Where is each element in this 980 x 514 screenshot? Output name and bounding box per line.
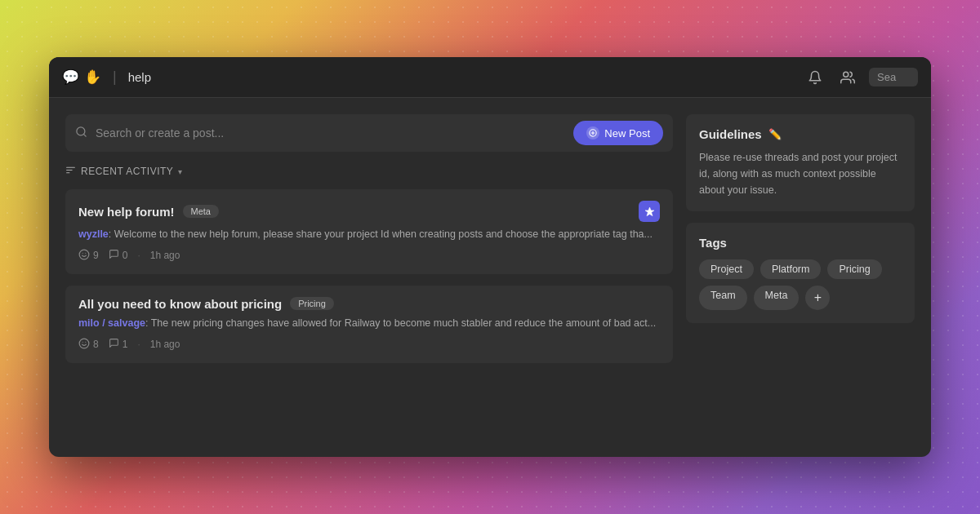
search-bar: Search or create a post... New Post — [65, 114, 673, 152]
tag-platform[interactable]: Platform — [760, 259, 822, 279]
post-card-2[interactable]: All you need to know about pricing Prici… — [65, 286, 673, 363]
channel-title: help — [128, 70, 151, 84]
header-right: Sea — [804, 66, 918, 89]
edit-icon[interactable]: ✏️ — [768, 128, 782, 140]
meta-dot-2: · — [137, 339, 140, 350]
recent-activity-label: RECENT ACTIVITY — [81, 166, 173, 177]
reactions-1: 9 — [78, 249, 99, 263]
post-excerpt-2: milo / salvage: The new pricing changes … — [78, 316, 660, 331]
post-time-2: 1h ago — [150, 339, 180, 350]
comments-2: 1 — [109, 338, 128, 351]
post-excerpt-text-1: Welcome to the new help forum, please sh… — [114, 228, 653, 240]
comment-count-1: 0 — [122, 250, 128, 261]
tag-meta[interactable]: Meta — [754, 286, 800, 310]
right-panel: Guidelines ✏️ Please re-use threads and … — [686, 114, 915, 441]
post-card-1[interactable]: New help forum! Meta wyzlle: Welcome to … — [65, 189, 673, 274]
main-content: Search or create a post... New Post — [49, 98, 931, 457]
guidelines-header: Guidelines ✏️ — [699, 127, 902, 141]
post-tag-2[interactable]: Pricing — [290, 297, 334, 310]
chevron-down-icon: ▾ — [178, 167, 183, 176]
post-header-2: All you need to know about pricing Prici… — [78, 297, 660, 311]
notification-button[interactable] — [804, 66, 826, 89]
comments-1: 0 — [109, 249, 128, 262]
reactions-2: 8 — [78, 338, 99, 352]
post-author-2: milo / salvage — [78, 317, 145, 329]
pin-icon-1 — [639, 201, 660, 222]
svg-point-10 — [79, 339, 89, 348]
tags-container: Project Platform Pricing Team Meta + — [699, 259, 902, 310]
tag-project[interactable]: Project — [699, 259, 754, 279]
people-button[interactable] — [836, 66, 859, 89]
post-excerpt-1: wyzlle: Welcome to the new help forum, p… — [78, 227, 660, 242]
new-post-label: New Post — [604, 127, 650, 140]
svg-point-0 — [844, 72, 849, 77]
search-icon — [75, 126, 87, 140]
guidelines-title: Guidelines — [699, 127, 762, 141]
tag-pricing[interactable]: Pricing — [827, 259, 881, 279]
header: 💬 ✋ | help Sea — [49, 57, 931, 98]
search-input-area[interactable]: Search or create a post... — [75, 126, 565, 140]
post-title-1: New help forum! — [78, 205, 175, 219]
post-title-row-2: All you need to know about pricing Prici… — [78, 297, 334, 311]
header-divider: | — [113, 69, 117, 86]
guidelines-text: Please re-use threads and post your proj… — [699, 149, 902, 198]
new-post-button[interactable]: New Post — [573, 121, 663, 145]
post-meta-2: 8 1 · 1h ago — [78, 338, 660, 352]
post-header-1: New help forum! Meta — [78, 201, 660, 222]
post-time-1: 1h ago — [150, 250, 180, 261]
sort-icon — [65, 165, 76, 178]
recent-activity-header[interactable]: RECENT ACTIVITY ▾ — [65, 165, 673, 178]
left-panel: Search or create a post... New Post — [65, 114, 673, 441]
reaction-icon-2 — [78, 338, 90, 352]
post-tag-1[interactable]: Meta — [183, 205, 219, 218]
post-author-1: wyzlle — [78, 228, 109, 240]
post-meta-1: 9 0 · 1h ago — [78, 249, 660, 263]
meta-dot-1: · — [137, 250, 140, 261]
header-icons: 💬 ✋ — [62, 69, 101, 86]
tag-add-button[interactable]: + — [805, 286, 830, 310]
post-title-row-1: New help forum! Meta — [78, 205, 219, 219]
chat-icon: 💬 — [62, 69, 79, 86]
header-left: 💬 ✋ | help — [62, 69, 804, 86]
hand-icon: ✋ — [84, 69, 101, 86]
tags-title: Tags — [699, 236, 902, 250]
post-excerpt-text-2: The new pricing changes have allowed for… — [151, 317, 656, 329]
reaction-count-2: 8 — [93, 339, 99, 350]
app-window: 💬 ✋ | help Sea — [49, 57, 931, 457]
comment-icon-2 — [109, 338, 119, 351]
header-search[interactable]: Sea — [869, 68, 918, 86]
new-post-icon — [586, 126, 599, 140]
tag-team[interactable]: Team — [699, 286, 747, 310]
svg-point-7 — [79, 250, 89, 259]
reaction-icon-1 — [78, 249, 90, 263]
reaction-count-1: 9 — [93, 250, 99, 261]
comment-count-2: 1 — [122, 339, 128, 350]
tags-card: Tags Project Platform Pricing Team Meta … — [686, 223, 915, 323]
guidelines-card: Guidelines ✏️ Please re-use threads and … — [686, 114, 915, 211]
svg-line-2 — [83, 134, 86, 136]
comment-icon-1 — [109, 249, 119, 262]
post-title-2: All you need to know about pricing — [78, 297, 282, 311]
search-placeholder: Search or create a post... — [96, 126, 224, 140]
